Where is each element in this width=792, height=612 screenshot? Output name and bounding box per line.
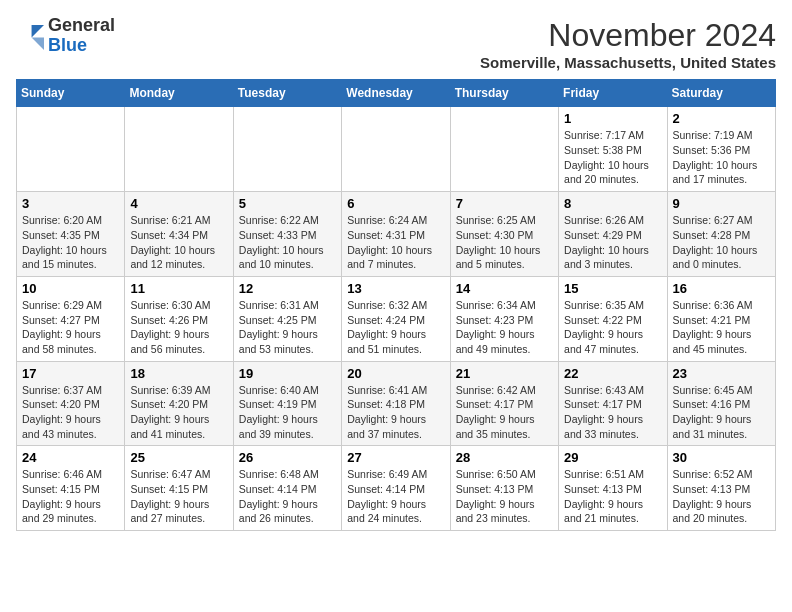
day-info: Sunrise: 6:42 AM Sunset: 4:17 PM Dayligh… <box>456 383 553 442</box>
day-number: 15 <box>564 281 661 296</box>
day-info: Sunrise: 6:29 AM Sunset: 4:27 PM Dayligh… <box>22 298 119 357</box>
month-title: November 2024 <box>480 16 776 54</box>
day-info: Sunrise: 6:24 AM Sunset: 4:31 PM Dayligh… <box>347 213 444 272</box>
day-number: 3 <box>22 196 119 211</box>
calendar-cell: 16Sunrise: 6:36 AM Sunset: 4:21 PM Dayli… <box>667 276 775 361</box>
day-info: Sunrise: 6:49 AM Sunset: 4:14 PM Dayligh… <box>347 467 444 526</box>
day-info: Sunrise: 6:34 AM Sunset: 4:23 PM Dayligh… <box>456 298 553 357</box>
day-info: Sunrise: 6:27 AM Sunset: 4:28 PM Dayligh… <box>673 213 770 272</box>
calendar-cell: 1Sunrise: 7:17 AM Sunset: 5:38 PM Daylig… <box>559 107 667 192</box>
day-info: Sunrise: 6:39 AM Sunset: 4:20 PM Dayligh… <box>130 383 227 442</box>
calendar-cell: 21Sunrise: 6:42 AM Sunset: 4:17 PM Dayli… <box>450 361 558 446</box>
col-header-tuesday: Tuesday <box>233 80 341 107</box>
day-info: Sunrise: 6:20 AM Sunset: 4:35 PM Dayligh… <box>22 213 119 272</box>
calendar-cell: 23Sunrise: 6:45 AM Sunset: 4:16 PM Dayli… <box>667 361 775 446</box>
day-number: 17 <box>22 366 119 381</box>
day-number: 24 <box>22 450 119 465</box>
calendar-cell <box>17 107 125 192</box>
calendar-cell: 27Sunrise: 6:49 AM Sunset: 4:14 PM Dayli… <box>342 446 450 531</box>
day-number: 9 <box>673 196 770 211</box>
col-header-wednesday: Wednesday <box>342 80 450 107</box>
calendar-table: SundayMondayTuesdayWednesdayThursdayFrid… <box>16 79 776 531</box>
logo-icon <box>16 22 44 50</box>
day-number: 8 <box>564 196 661 211</box>
calendar-cell: 9Sunrise: 6:27 AM Sunset: 4:28 PM Daylig… <box>667 192 775 277</box>
calendar-week-row: 10Sunrise: 6:29 AM Sunset: 4:27 PM Dayli… <box>17 276 776 361</box>
day-number: 13 <box>347 281 444 296</box>
calendar-cell: 26Sunrise: 6:48 AM Sunset: 4:14 PM Dayli… <box>233 446 341 531</box>
day-number: 26 <box>239 450 336 465</box>
day-number: 4 <box>130 196 227 211</box>
day-number: 10 <box>22 281 119 296</box>
day-info: Sunrise: 6:37 AM Sunset: 4:20 PM Dayligh… <box>22 383 119 442</box>
logo-general-text: General <box>48 16 115 36</box>
day-info: Sunrise: 6:31 AM Sunset: 4:25 PM Dayligh… <box>239 298 336 357</box>
col-header-saturday: Saturday <box>667 80 775 107</box>
day-number: 22 <box>564 366 661 381</box>
day-info: Sunrise: 6:30 AM Sunset: 4:26 PM Dayligh… <box>130 298 227 357</box>
calendar-cell: 29Sunrise: 6:51 AM Sunset: 4:13 PM Dayli… <box>559 446 667 531</box>
day-info: Sunrise: 6:21 AM Sunset: 4:34 PM Dayligh… <box>130 213 227 272</box>
calendar-cell: 30Sunrise: 6:52 AM Sunset: 4:13 PM Dayli… <box>667 446 775 531</box>
day-info: Sunrise: 6:45 AM Sunset: 4:16 PM Dayligh… <box>673 383 770 442</box>
day-number: 16 <box>673 281 770 296</box>
day-info: Sunrise: 6:47 AM Sunset: 4:15 PM Dayligh… <box>130 467 227 526</box>
day-number: 21 <box>456 366 553 381</box>
logo-blue-text: Blue <box>48 36 115 56</box>
title-area: November 2024 Somerville, Massachusetts,… <box>480 16 776 71</box>
day-info: Sunrise: 6:52 AM Sunset: 4:13 PM Dayligh… <box>673 467 770 526</box>
day-info: Sunrise: 6:40 AM Sunset: 4:19 PM Dayligh… <box>239 383 336 442</box>
svg-marker-0 <box>32 25 44 37</box>
calendar-cell: 17Sunrise: 6:37 AM Sunset: 4:20 PM Dayli… <box>17 361 125 446</box>
calendar-cell: 12Sunrise: 6:31 AM Sunset: 4:25 PM Dayli… <box>233 276 341 361</box>
day-number: 20 <box>347 366 444 381</box>
location-subtitle: Somerville, Massachusetts, United States <box>480 54 776 71</box>
day-info: Sunrise: 7:17 AM Sunset: 5:38 PM Dayligh… <box>564 128 661 187</box>
day-info: Sunrise: 6:22 AM Sunset: 4:33 PM Dayligh… <box>239 213 336 272</box>
day-info: Sunrise: 7:19 AM Sunset: 5:36 PM Dayligh… <box>673 128 770 187</box>
day-number: 27 <box>347 450 444 465</box>
day-number: 2 <box>673 111 770 126</box>
day-info: Sunrise: 6:48 AM Sunset: 4:14 PM Dayligh… <box>239 467 336 526</box>
day-info: Sunrise: 6:41 AM Sunset: 4:18 PM Dayligh… <box>347 383 444 442</box>
calendar-week-row: 1Sunrise: 7:17 AM Sunset: 5:38 PM Daylig… <box>17 107 776 192</box>
day-number: 18 <box>130 366 227 381</box>
calendar-cell: 3Sunrise: 6:20 AM Sunset: 4:35 PM Daylig… <box>17 192 125 277</box>
calendar-cell: 19Sunrise: 6:40 AM Sunset: 4:19 PM Dayli… <box>233 361 341 446</box>
calendar-cell: 24Sunrise: 6:46 AM Sunset: 4:15 PM Dayli… <box>17 446 125 531</box>
calendar-cell <box>342 107 450 192</box>
day-info: Sunrise: 6:46 AM Sunset: 4:15 PM Dayligh… <box>22 467 119 526</box>
calendar-cell: 14Sunrise: 6:34 AM Sunset: 4:23 PM Dayli… <box>450 276 558 361</box>
col-header-friday: Friday <box>559 80 667 107</box>
calendar-cell: 18Sunrise: 6:39 AM Sunset: 4:20 PM Dayli… <box>125 361 233 446</box>
calendar-week-row: 24Sunrise: 6:46 AM Sunset: 4:15 PM Dayli… <box>17 446 776 531</box>
day-number: 5 <box>239 196 336 211</box>
day-info: Sunrise: 6:51 AM Sunset: 4:13 PM Dayligh… <box>564 467 661 526</box>
day-info: Sunrise: 6:32 AM Sunset: 4:24 PM Dayligh… <box>347 298 444 357</box>
day-info: Sunrise: 6:50 AM Sunset: 4:13 PM Dayligh… <box>456 467 553 526</box>
day-info: Sunrise: 6:35 AM Sunset: 4:22 PM Dayligh… <box>564 298 661 357</box>
calendar-week-row: 3Sunrise: 6:20 AM Sunset: 4:35 PM Daylig… <box>17 192 776 277</box>
calendar-cell: 22Sunrise: 6:43 AM Sunset: 4:17 PM Dayli… <box>559 361 667 446</box>
calendar-cell: 13Sunrise: 6:32 AM Sunset: 4:24 PM Dayli… <box>342 276 450 361</box>
day-number: 6 <box>347 196 444 211</box>
day-info: Sunrise: 6:25 AM Sunset: 4:30 PM Dayligh… <box>456 213 553 272</box>
day-number: 12 <box>239 281 336 296</box>
day-number: 19 <box>239 366 336 381</box>
day-info: Sunrise: 6:43 AM Sunset: 4:17 PM Dayligh… <box>564 383 661 442</box>
day-number: 7 <box>456 196 553 211</box>
calendar-cell: 20Sunrise: 6:41 AM Sunset: 4:18 PM Dayli… <box>342 361 450 446</box>
day-number: 28 <box>456 450 553 465</box>
day-number: 29 <box>564 450 661 465</box>
calendar-cell: 8Sunrise: 6:26 AM Sunset: 4:29 PM Daylig… <box>559 192 667 277</box>
day-number: 23 <box>673 366 770 381</box>
col-header-thursday: Thursday <box>450 80 558 107</box>
logo: General Blue <box>16 16 115 56</box>
calendar-cell: 2Sunrise: 7:19 AM Sunset: 5:36 PM Daylig… <box>667 107 775 192</box>
day-number: 30 <box>673 450 770 465</box>
col-header-sunday: Sunday <box>17 80 125 107</box>
calendar-cell: 15Sunrise: 6:35 AM Sunset: 4:22 PM Dayli… <box>559 276 667 361</box>
calendar-cell: 5Sunrise: 6:22 AM Sunset: 4:33 PM Daylig… <box>233 192 341 277</box>
calendar-week-row: 17Sunrise: 6:37 AM Sunset: 4:20 PM Dayli… <box>17 361 776 446</box>
calendar-cell <box>233 107 341 192</box>
